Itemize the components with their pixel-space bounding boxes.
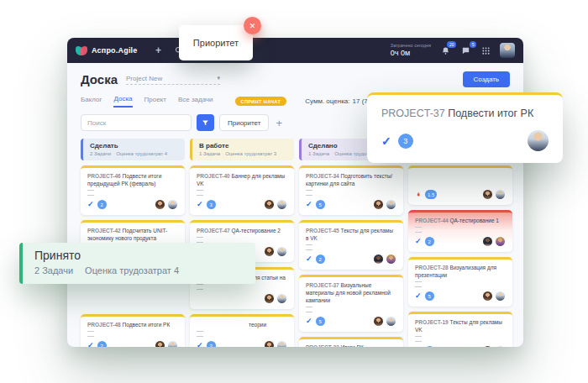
task-footer: 2: [306, 254, 396, 265]
assignee-avatar: [167, 340, 178, 347]
task-card[interactable]: теории3: [190, 314, 294, 347]
accepted-column-callout: Принято 2 Задачи Оценка трудозатрат 4: [19, 243, 255, 284]
description-icon: [197, 237, 203, 243]
app-logo: Аспро.Agile: [76, 45, 138, 56]
user-avatar[interactable]: [500, 43, 515, 58]
flame-icon: [415, 191, 422, 198]
assignees: [155, 199, 178, 210]
column-meta: 1 ЗадачаОценка трудозатрат 3: [199, 151, 287, 156]
task-title: PROJECT-19 Тексты для рекламы VK: [415, 318, 506, 333]
chevron-down-icon: [218, 75, 221, 81]
task-code: PROJECT-45: [306, 228, 339, 233]
check-icon: [306, 200, 312, 209]
score-badge: 3: [207, 341, 216, 347]
highlighted-task-footer: 3: [381, 130, 549, 151]
project-selector[interactable]: Project New: [126, 75, 220, 85]
priority-tooltip-label: Приоритет: [193, 38, 239, 48]
task-title: PROJECT-28 Визуализация для презентации: [415, 264, 506, 279]
task-card[interactable]: PROJECT-19 Тексты для рекламы VK5: [408, 312, 512, 347]
task-footer: 3: [197, 340, 287, 347]
accepted-title: Принято: [34, 249, 244, 262]
task-footer: 5: [306, 199, 396, 210]
summary-label: Сумм. оценка:: [305, 97, 349, 105]
check-icon: [381, 134, 391, 148]
assignee-avatar: [482, 189, 493, 200]
apps-grid-icon[interactable]: [480, 45, 491, 56]
add-filter-button[interactable]: +: [274, 118, 284, 129]
task-card[interactable]: PROJECT-28 Визуализация для презентации5: [408, 257, 512, 307]
priority-filter-button[interactable]: Приоритет: [219, 114, 269, 131]
check-icon: [87, 341, 94, 347]
assignee-avatar: [528, 130, 549, 151]
hidden-title-spacer: [415, 172, 506, 186]
board-tab[interactable]: Баклог: [81, 96, 102, 107]
add-icon[interactable]: +: [153, 45, 165, 56]
score-badge: 2: [425, 237, 434, 246]
messages-icon[interactable]: 5: [459, 45, 471, 56]
highlighted-task-text: Подвести итог РК: [448, 108, 533, 119]
assignees: [264, 199, 287, 210]
board-tab[interactable]: Доска: [113, 95, 132, 108]
column-task-count: 1 Задача: [199, 151, 220, 156]
messages-badge: 5: [470, 41, 476, 48]
logo-text: Аспро.Agile: [92, 46, 138, 55]
task-footer: 5: [306, 316, 396, 327]
board-column: Принято2 ЗадачиОценка трудозатрат 41.5PR…: [408, 139, 512, 347]
topbar: Аспро.Agile + Спринт Затрачено сегодня 0…: [67, 38, 523, 63]
column-meta: 2 ЗадачиОценка трудозатрат 4: [90, 151, 178, 156]
task-code: PROJECT-48: [87, 322, 121, 328]
assignees: [482, 291, 506, 302]
description-icon: [87, 331, 94, 337]
task-title: PROJECT-42 Подсчитать UNIT-экономику нов…: [87, 227, 178, 242]
project-name: Project New: [126, 75, 162, 82]
notifications-bell-icon[interactable]: 20: [439, 45, 451, 56]
assignees: [482, 189, 506, 200]
task-title: PROJECT-46 Подвести итоги предыдущей РК …: [87, 172, 178, 187]
logo-icon: [76, 45, 87, 56]
funnel-icon: [202, 117, 209, 129]
sprint-status-badge: СПРИНТ НАЧАТ: [235, 97, 287, 106]
score-badge: 2: [316, 254, 325, 264]
task-code: PROJECT-23: [306, 344, 339, 347]
check-icon: [415, 291, 422, 301]
task-card[interactable]: 1.5: [408, 165, 512, 205]
task-card[interactable]: PROJECT-44 QA-тестирование 12: [408, 210, 512, 252]
task-card[interactable]: PROJECT-23 Итоги РК5: [299, 337, 403, 347]
board-tab[interactable]: Проект: [144, 96, 166, 107]
task-card[interactable]: PROJECT-46 Подвести итоги предыдущей РК …: [81, 165, 185, 215]
assignees: [482, 345, 506, 347]
assignee-avatar: [276, 246, 287, 257]
create-button[interactable]: Создать: [463, 71, 510, 87]
assignee-avatar: [495, 345, 506, 347]
task-title: PROJECT-37 Визуальные материалы для ново…: [306, 281, 396, 304]
time-spent: Затрачено сегодня 0ч 0м: [391, 43, 431, 58]
task-code: PROJECT-19: [415, 319, 449, 325]
task-card[interactable]: PROJECT-37 Визуальные материалы для ново…: [299, 275, 403, 332]
search-input[interactable]: [81, 114, 192, 131]
task-card[interactable]: PROJECT-40 Баннер для рекламы VK3: [190, 165, 294, 215]
filter-button[interactable]: [197, 114, 214, 131]
check-icon: [415, 237, 422, 246]
close-icon[interactable]: ✕: [244, 17, 261, 34]
accepted-meta: 2 Задачи Оценка трудозатрат 4: [34, 265, 244, 275]
assignee-avatar: [482, 345, 493, 347]
highlighted-task-code: PROJECT-37: [381, 108, 445, 119]
task-footer: 2: [87, 340, 178, 347]
assignees: [155, 340, 178, 347]
description-icon: [415, 281, 422, 287]
assignee-avatar: [264, 199, 275, 210]
assignees: [264, 246, 287, 257]
task-code: PROJECT-44: [415, 218, 449, 223]
task-card[interactable]: PROJECT-34 Подготовить тексты/картинки д…: [299, 165, 403, 215]
time-spent-label: Затрачено сегодня: [391, 43, 431, 49]
column-task-count: 2 Задачи: [90, 151, 111, 156]
notifications-badge: 20: [447, 41, 456, 48]
task-card[interactable]: PROJECT-45 Тексты для рекламы в VK2: [299, 220, 403, 270]
task-card[interactable]: PROJECT-48 Подвести итоги РК2: [81, 314, 185, 347]
task-footer: 2: [87, 199, 178, 210]
screenshot-stage: Аспро.Agile + Спринт Затрачено сегодня 0…: [0, 0, 588, 383]
task-title: теории: [197, 321, 287, 328]
page-title: Доска: [81, 72, 118, 87]
board-tab[interactable]: Все задачи: [178, 96, 213, 107]
column-header: Сделать2 ЗадачиОценка трудозатрат 4: [81, 139, 185, 160]
